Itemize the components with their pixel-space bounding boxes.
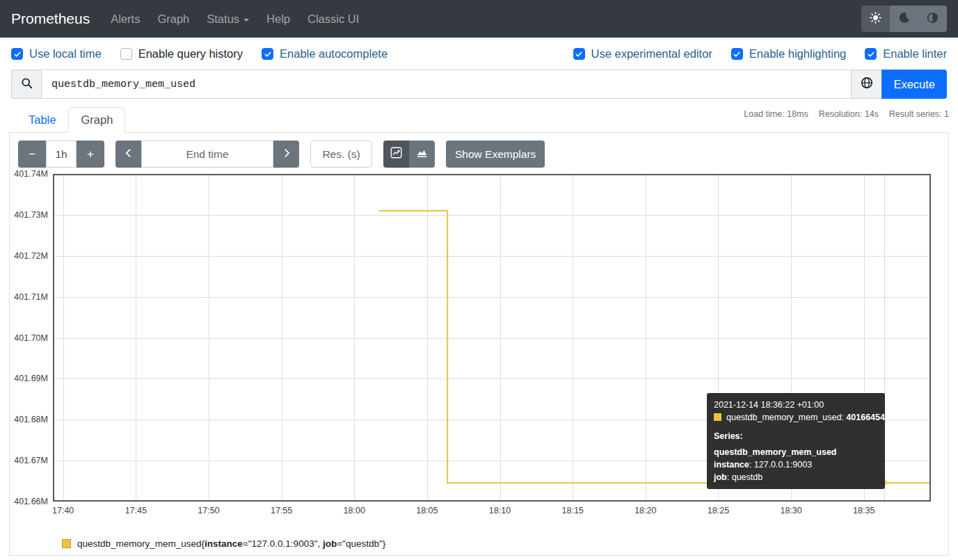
x-tick-label: 18:25 bbox=[708, 506, 729, 515]
checkbox-label: Enable query history bbox=[138, 47, 243, 61]
plot-wrap: 401.74M401.73M401.72M401.71M401.70M401.6… bbox=[53, 174, 931, 502]
checkbox-icon bbox=[262, 48, 273, 60]
chevron-right-icon bbox=[282, 147, 292, 161]
checkbox-icon bbox=[120, 48, 132, 60]
result-series-stat: Result series: 1 bbox=[889, 109, 949, 132]
checkbox-icon bbox=[573, 48, 585, 60]
x-axis: 17:4017:4517:5017:5518:0018:0518:1018:15… bbox=[53, 502, 931, 518]
y-tick-label: 401.68M bbox=[14, 415, 48, 424]
moon-icon bbox=[898, 12, 910, 26]
resolution-stat: Resolution: 14s bbox=[819, 109, 879, 132]
legend-color-swatch bbox=[62, 539, 71, 548]
enable-query-history-checkbox[interactable]: Enable query history bbox=[120, 47, 243, 61]
nav-item-status-dropdown[interactable]: Status bbox=[207, 13, 249, 26]
metrics-explorer-button[interactable] bbox=[852, 70, 881, 99]
prometheus-brand[interactable]: Prometheus bbox=[11, 10, 90, 27]
settings-right-group: Use experimental editor Enable highlight… bbox=[573, 47, 947, 61]
x-tick-label: 18:10 bbox=[489, 506, 511, 515]
settings-row: Use local time Enable query history Enab… bbox=[0, 47, 958, 61]
execute-button[interactable]: Execute bbox=[881, 70, 947, 99]
time-back-button[interactable] bbox=[115, 141, 141, 168]
query-input-group: Execute bbox=[11, 70, 947, 99]
end-time-input[interactable] bbox=[141, 141, 273, 168]
x-tick-label: 18:15 bbox=[562, 506, 584, 515]
use-local-time-checkbox[interactable]: Use local time bbox=[11, 47, 102, 61]
tab-graph[interactable]: Graph bbox=[68, 107, 125, 133]
y-axis: 401.74M401.73M401.72M401.71M401.70M401.6… bbox=[18, 174, 48, 502]
enable-highlighting-checkbox[interactable]: Enable highlighting bbox=[731, 47, 846, 61]
graph-controls: − + Show Exemplars bbox=[18, 141, 940, 168]
checkbox-label: Enable autocomplete bbox=[280, 47, 388, 61]
show-exemplars-button[interactable]: Show Exemplars bbox=[446, 141, 545, 168]
legend-item[interactable]: questdb_memory_mem_used{instance="127.0.… bbox=[62, 538, 940, 556]
time-forward-button[interactable] bbox=[273, 141, 299, 168]
increase-range-button[interactable]: + bbox=[77, 141, 104, 168]
tooltip-label-line: job: questdb bbox=[714, 471, 878, 483]
theme-auto-button[interactable] bbox=[918, 6, 947, 32]
query-expression-input[interactable] bbox=[41, 70, 852, 99]
checkbox-label: Enable linter bbox=[883, 47, 947, 61]
search-icon bbox=[21, 77, 33, 92]
y-tick-label: 401.70M bbox=[14, 333, 48, 343]
stacked-chart-button[interactable] bbox=[409, 141, 435, 168]
area-chart-icon bbox=[416, 147, 428, 162]
top-navbar: Prometheus Alerts Graph Status Help Clas… bbox=[0, 0, 958, 38]
circle-half-icon bbox=[927, 12, 939, 26]
tooltip-label-line: instance: 127.0.0.1:9003 bbox=[714, 458, 878, 471]
tooltip-value-line: questdb_memory_mem_used: 401664545 bbox=[714, 411, 878, 424]
tooltip-value-text: questdb_memory_mem_used: 401664545 bbox=[726, 413, 890, 422]
y-tick-label: 401.74M bbox=[14, 169, 48, 179]
tooltip-labels: instance: 127.0.0.1:9003job: questdb bbox=[714, 458, 878, 483]
checkbox-icon bbox=[731, 48, 743, 60]
enable-linter-checkbox[interactable]: Enable linter bbox=[865, 47, 947, 61]
search-addon bbox=[11, 70, 41, 99]
nav-item-alerts[interactable]: Alerts bbox=[111, 13, 140, 26]
checkbox-label: Enable highlighting bbox=[749, 47, 846, 61]
checkbox-label: Use local time bbox=[29, 47, 102, 61]
y-tick-label: 401.66M bbox=[14, 497, 48, 506]
checkbox-icon bbox=[865, 48, 877, 60]
tabs-row: Table Graph Load time: 18ms Resolution: … bbox=[9, 107, 949, 133]
checkbox-icon bbox=[11, 48, 23, 60]
y-tick-label: 401.73M bbox=[14, 210, 48, 220]
chart-type-toggle bbox=[383, 141, 435, 168]
nav-item-classic-ui[interactable]: Classic UI bbox=[308, 13, 359, 26]
use-experimental-editor-checkbox[interactable]: Use experimental editor bbox=[573, 47, 712, 61]
nav-item-graph[interactable]: Graph bbox=[157, 13, 189, 26]
line-chart-button[interactable] bbox=[383, 141, 409, 168]
resolution-input[interactable] bbox=[310, 141, 372, 168]
theme-light-button[interactable] bbox=[861, 6, 890, 32]
y-tick-label: 401.71M bbox=[14, 292, 48, 302]
tooltip-timestamp: 2021-12-14 18:36:22 +01:00 bbox=[714, 399, 878, 411]
range-control-group: − + bbox=[18, 141, 104, 168]
tooltip-series-name: questdb_memory_mem_used bbox=[714, 446, 878, 458]
end-time-control-group bbox=[115, 141, 299, 168]
line-chart-icon bbox=[390, 147, 402, 162]
tooltip-series-heading: Series: bbox=[714, 430, 878, 442]
nav-item-help[interactable]: Help bbox=[266, 13, 290, 26]
x-tick-label: 18:20 bbox=[634, 506, 656, 515]
x-tick-label: 18:35 bbox=[853, 506, 875, 515]
checkbox-label: Use experimental editor bbox=[591, 47, 712, 61]
graph-panel: − + Show Exemplars 401.74M401.73M401 bbox=[9, 133, 949, 556]
series-color-swatch bbox=[714, 413, 721, 421]
panel-tabs: Table Graph bbox=[16, 107, 125, 132]
tab-table[interactable]: Table bbox=[16, 107, 68, 133]
chevron-left-icon bbox=[124, 147, 134, 161]
y-tick-label: 401.72M bbox=[14, 251, 48, 261]
y-tick-label: 401.69M bbox=[14, 374, 48, 383]
decrease-range-button[interactable]: − bbox=[18, 141, 46, 168]
range-input[interactable] bbox=[46, 141, 77, 168]
theme-toggle-group bbox=[861, 6, 947, 32]
load-time-stat: Load time: 18ms bbox=[744, 109, 808, 132]
chart-area: 401.74M401.73M401.72M401.71M401.70M401.6… bbox=[18, 174, 940, 518]
theme-dark-button[interactable] bbox=[890, 6, 918, 32]
enable-autocomplete-checkbox[interactable]: Enable autocomplete bbox=[262, 47, 388, 61]
sun-icon bbox=[870, 12, 881, 26]
x-tick-label: 18:30 bbox=[780, 506, 801, 515]
x-tick-label: 18:00 bbox=[344, 506, 365, 515]
x-tick-label: 17:40 bbox=[52, 506, 74, 515]
plot-region[interactable]: 2021-12-14 18:36:22 +01:00 questdb_memor… bbox=[53, 174, 931, 502]
x-tick-label: 17:55 bbox=[271, 506, 292, 515]
chevron-down-icon bbox=[244, 19, 249, 22]
